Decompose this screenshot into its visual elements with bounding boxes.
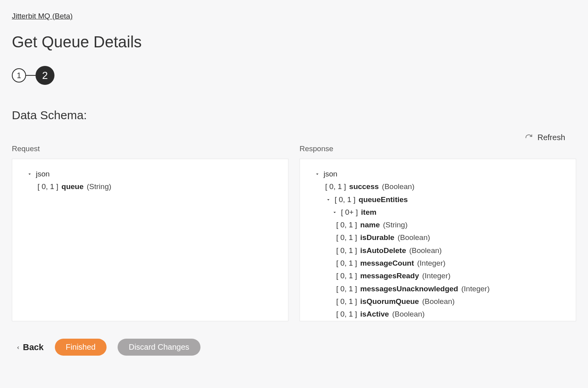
field-cardinality: [ 0+ ] [341,206,358,219]
request-label: Request [12,144,288,153]
refresh-button[interactable]: Refresh [537,133,565,142]
breadcrumb-link[interactable]: Jitterbit MQ (Beta) [12,12,73,20]
field-name: success [349,180,379,193]
field-cardinality: [ 0, 1 ] [336,295,357,308]
field-name: messageCount [360,257,414,270]
field-name: item [361,206,376,219]
request-panel: json [ 0, 1 ] queue (String) [12,159,288,321]
response-label: Response [300,144,576,153]
step-connector [26,75,36,76]
field-cardinality: [ 0, 1 ] [336,308,357,321]
field-type: (Integer) [417,257,446,270]
field-name: messagesReady [360,270,419,282]
field-name: messagesUnacknowledged [360,283,458,295]
field-type: (String) [87,180,111,193]
tree-root-request[interactable]: json [22,168,279,180]
field-type: (Boolean) [422,295,455,308]
field-type: (Integer) [422,270,451,282]
step-1[interactable]: 1 [12,68,26,82]
field-type: (Boolean) [397,231,430,244]
field-type: (Boolean) [392,308,425,321]
tree-field[interactable]: [ 0, 1 ] queue (String) [22,180,279,193]
field-type: (Integer) [461,283,490,295]
tree-root-label: json [36,168,50,180]
field-cardinality: [ 0, 1 ] [336,283,357,295]
tree-node-queueentities[interactable]: [ 0, 1 ] queueEntities [309,193,566,206]
back-button[interactable]: Back [16,342,44,352]
field-cardinality: [ 0, 1 ] [336,219,357,231]
footer-actions: Back Finished Discard Changes [12,339,576,356]
field-cardinality: [ 0, 1 ] [37,180,58,193]
chevron-down-icon [325,197,331,202]
tree-field[interactable]: [ 0, 1 ] name (String) [309,219,566,231]
chevron-down-icon [26,171,33,177]
tree-root-label: json [324,168,337,180]
response-column: Response json [ 0, 1 ] success (Boolean)… [300,144,576,321]
tree-field[interactable]: [ 0, 1 ] messageCount (Integer) [309,257,566,270]
step-2[interactable]: 2 [36,66,54,85]
field-name: queue [62,180,84,193]
tree-field[interactable]: [ 0, 1 ] messagesUnacknowledged (Integer… [309,283,566,295]
request-column: Request json [ 0, 1 ] queue (String) [12,144,288,321]
field-cardinality: [ 0, 1 ] [336,270,357,282]
refresh-icon[interactable] [525,134,533,142]
field-cardinality: [ 0, 1 ] [336,244,357,257]
back-label: Back [23,342,44,352]
page-title: Get Queue Details [12,33,576,51]
tree-field[interactable]: [ 0, 1 ] isDurable (Boolean) [309,231,566,244]
field-name: name [360,219,380,231]
field-type: (String) [383,219,407,231]
discard-changes-button[interactable]: Discard Changes [118,339,200,356]
field-name: isActive [360,308,389,321]
chevron-down-icon [314,171,320,177]
field-name: queueEntities [359,193,408,206]
stepper: 1 2 [12,66,576,85]
field-type: (Boolean) [382,180,414,193]
tree-field[interactable]: [ 0, 1 ] isQuorumQueue (Boolean) [309,295,566,308]
field-name: isQuorumQueue [360,295,419,308]
field-cardinality: [ 0, 1 ] [336,257,357,270]
field-cardinality: [ 0, 1 ] [325,180,346,193]
field-cardinality: [ 0, 1 ] [335,193,356,206]
tree-field[interactable]: [ 0, 1 ] messagesReady (Integer) [309,270,566,282]
response-panel: json [ 0, 1 ] success (Boolean) [ 0, 1 ]… [300,159,576,321]
finished-button[interactable]: Finished [55,339,107,356]
field-name: isAutoDelete [360,244,406,257]
tree-field[interactable]: [ 0, 1 ] isAutoDelete (Boolean) [309,244,566,257]
tree-node-item[interactable]: [ 0+ ] item [309,206,566,219]
field-cardinality: [ 0, 1 ] [336,231,357,244]
tree-root-response[interactable]: json [309,168,566,180]
field-name: isDurable [360,231,395,244]
tree-field[interactable]: [ 0, 1 ] isActive (Boolean) [309,308,566,321]
section-heading: Data Schema: [12,109,576,122]
chevron-left-icon [16,342,21,352]
tree-field-success[interactable]: [ 0, 1 ] success (Boolean) [309,180,566,193]
chevron-down-icon [331,210,338,215]
field-type: (Boolean) [409,244,442,257]
